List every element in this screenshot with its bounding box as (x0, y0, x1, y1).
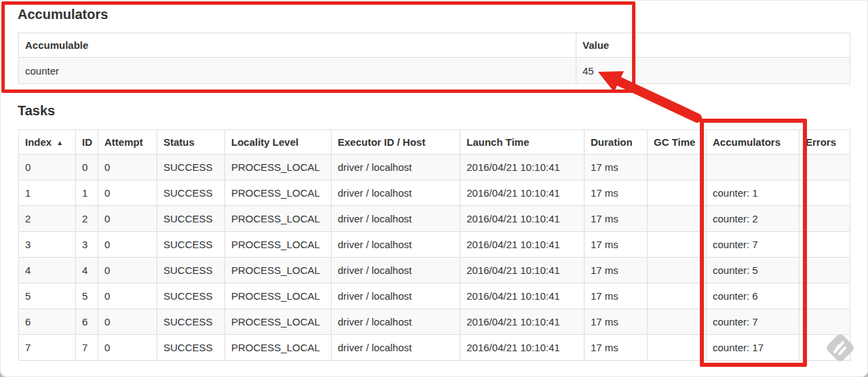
cell-status: SUCCESS (157, 283, 225, 309)
table-row: counter45 (19, 58, 850, 84)
cell-attempt: 0 (98, 180, 157, 206)
column-header-status[interactable]: Status (157, 130, 225, 155)
cell-gc-time (648, 206, 707, 232)
cell-status: SUCCESS (157, 232, 225, 258)
cell-locality-level: PROCESS_LOCAL (225, 309, 332, 335)
column-header-accumulators[interactable]: Accumulators (707, 130, 800, 155)
cell-gc-time (648, 180, 707, 206)
table-row: 220SUCCESSPROCESS_LOCALdriver / localhos… (19, 206, 850, 232)
cell-executor-id-host: driver / localhost (332, 206, 460, 232)
column-header-errors[interactable]: Errors (800, 130, 850, 155)
cell-index: 5 (19, 283, 76, 309)
cell-errors (800, 206, 850, 232)
column-header-value[interactable]: Value (576, 33, 850, 58)
cell-locality-level: PROCESS_LOCAL (225, 206, 332, 232)
cell-locality-level: PROCESS_LOCAL (225, 335, 332, 361)
cell-gc-time (648, 335, 707, 361)
cell-duration: 17 ms (585, 309, 648, 335)
cell-status: SUCCESS (157, 258, 225, 283)
cell-errors (800, 180, 850, 206)
column-header-accumulable[interactable]: Accumulable (19, 33, 576, 58)
cell-id: 0 (76, 155, 98, 180)
cell-id: 1 (76, 180, 98, 206)
column-header-locality-level[interactable]: Locality Level (225, 130, 332, 155)
cell-attempt: 0 (98, 258, 157, 283)
table-row: 000SUCCESSPROCESS_LOCALdriver / localhos… (19, 155, 850, 180)
cell-locality-level: PROCESS_LOCAL (225, 258, 332, 283)
cell-id: 3 (76, 232, 98, 258)
cell-attempt: 0 (98, 206, 157, 232)
column-header-label: Accumulable (25, 39, 88, 51)
cell-executor-id-host: driver / localhost (332, 309, 460, 335)
column-header-label: ID (82, 136, 92, 148)
cell-status: SUCCESS (157, 206, 225, 232)
cell-status: SUCCESS (157, 155, 225, 180)
table-row: 440SUCCESSPROCESS_LOCALdriver / localhos… (19, 258, 850, 283)
cell-gc-time (648, 283, 707, 309)
cell-locality-level: PROCESS_LOCAL (225, 232, 332, 258)
cell-id: 4 (76, 258, 98, 283)
column-header-label: Value (583, 39, 609, 51)
column-header-duration[interactable]: Duration (585, 130, 648, 155)
column-header-index[interactable]: Index▲ (19, 130, 76, 155)
cell-gc-time (648, 232, 707, 258)
column-header-label: GC Time (654, 136, 695, 148)
cell-duration: 17 ms (585, 283, 648, 309)
column-header-executor-id-host[interactable]: Executor ID / Host (332, 130, 460, 155)
column-header-label: Duration (591, 136, 633, 148)
column-header-launch-time[interactable]: Launch Time (460, 130, 585, 155)
cell-attempt: 0 (98, 283, 157, 309)
cell-status: SUCCESS (157, 335, 225, 361)
column-header-id[interactable]: ID (76, 130, 98, 155)
cell-index: 0 (19, 155, 76, 180)
sort-ascending-icon: ▲ (56, 139, 63, 146)
cell-executor-id-host: driver / localhost (332, 180, 460, 206)
accumulators-section-title: Accumulators (18, 7, 108, 22)
cell-index: 3 (19, 232, 76, 258)
column-header-label: Index (25, 136, 52, 148)
cell-locality-level: PROCESS_LOCAL (225, 155, 332, 180)
cell-executor-id-host: driver / localhost (332, 283, 460, 309)
cell-accumulable: counter (19, 58, 576, 84)
cell-errors (800, 283, 850, 309)
cell-duration: 17 ms (585, 232, 648, 258)
cell-status: SUCCESS (157, 180, 225, 206)
cell-accumulators (707, 155, 800, 180)
tasks-section-title: Tasks (18, 103, 55, 119)
column-header-label: Status (163, 136, 195, 148)
tasks-table: Index▲IDAttemptStatusLocality LevelExecu… (18, 130, 850, 361)
column-header-label: Accumulators (713, 136, 781, 148)
column-header-attempt[interactable]: Attempt (98, 130, 157, 155)
cell-index: 6 (19, 309, 76, 335)
cell-launch-time: 2016/04/21 10:10:41 (460, 283, 585, 309)
cell-errors (800, 155, 850, 180)
cell-locality-level: PROCESS_LOCAL (225, 180, 332, 206)
cell-launch-time: 2016/04/21 10:10:41 (460, 232, 585, 258)
cell-gc-time (648, 309, 707, 335)
column-header-label: Errors (806, 136, 836, 148)
cell-errors (800, 232, 850, 258)
cell-launch-time: 2016/04/21 10:10:41 (460, 155, 585, 180)
cell-attempt: 0 (98, 309, 157, 335)
table-row: 550SUCCESSPROCESS_LOCALdriver / localhos… (19, 283, 850, 309)
cell-launch-time: 2016/04/21 10:10:41 (460, 258, 585, 283)
column-header-label: Attempt (104, 136, 143, 148)
accumulators-table: AccumulableValue counter45 (18, 33, 850, 84)
cell-launch-time: 2016/04/21 10:10:41 (460, 335, 585, 361)
cell-index: 7 (19, 335, 76, 361)
table-row: 770SUCCESSPROCESS_LOCALdriver / localhos… (19, 335, 850, 361)
cell-errors (800, 258, 850, 283)
column-header-gc-time[interactable]: GC Time (648, 130, 707, 155)
cell-id: 6 (76, 309, 98, 335)
cell-gc-time (648, 258, 707, 283)
cell-id: 2 (76, 206, 98, 232)
cell-duration: 17 ms (585, 180, 648, 206)
cell-errors (800, 309, 850, 335)
cell-status: SUCCESS (157, 309, 225, 335)
cell-accumulators: counter: 1 (707, 180, 800, 206)
cell-attempt: 0 (98, 155, 157, 180)
cell-index: 1 (19, 180, 76, 206)
cell-attempt: 0 (98, 335, 157, 361)
column-header-label: Launch Time (467, 136, 529, 148)
cell-executor-id-host: driver / localhost (332, 335, 460, 361)
